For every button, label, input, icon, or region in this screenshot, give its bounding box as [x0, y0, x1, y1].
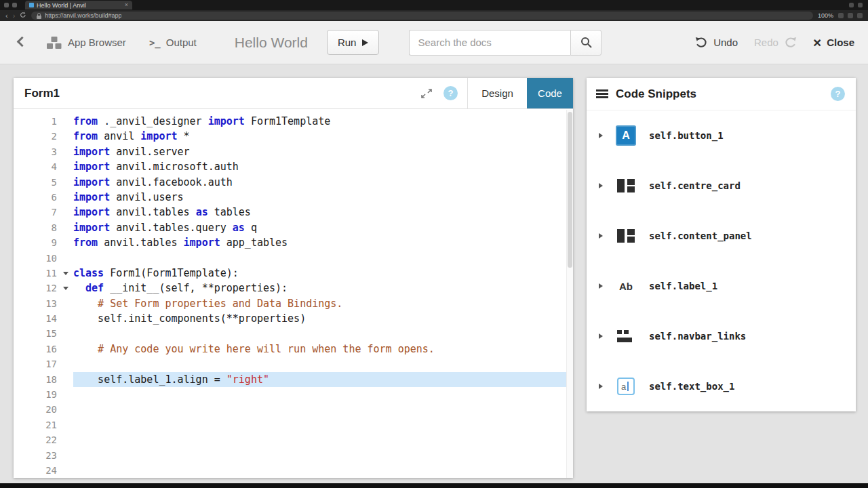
line-number: 22 [14, 432, 73, 447]
code-line[interactable]: 6import anvil.users [14, 190, 566, 205]
close-button[interactable]: × Close [813, 37, 854, 49]
textbox-icon: a [617, 378, 635, 395]
browser-forward-icon[interactable]: › [13, 12, 16, 20]
window-control-icon[interactable] [12, 3, 17, 7]
browser-icon[interactable] [838, 13, 844, 18]
app-browser-cubes-icon [46, 36, 62, 49]
caret-right-icon[interactable] [599, 133, 603, 138]
window-controls[interactable] [4, 3, 17, 7]
code-line[interactable]: 3import anvil.server [14, 144, 566, 159]
redo-label: Redo [754, 37, 778, 48]
output-label: Output [166, 37, 197, 48]
search-button[interactable] [570, 30, 601, 56]
fold-collapse-icon[interactable] [63, 287, 68, 290]
code-text [73, 402, 566, 417]
line-number: 24 [14, 463, 73, 478]
code-editor[interactable]: 1from ._anvil_designer import Form1Templ… [14, 110, 566, 478]
caret-right-icon[interactable] [599, 283, 603, 289]
line-number: 6 [14, 190, 73, 205]
form-editor-panel: Form1 ? Design Code 1from ._anvil_design… [14, 78, 573, 478]
zoom-level[interactable]: 100% [818, 12, 833, 19]
form-help-button[interactable]: ? [443, 86, 458, 100]
snippets-title: Code Snippets [616, 87, 696, 101]
snippets-help-button[interactable]: ? [831, 87, 845, 101]
code-line[interactable]: 2from anvil import * [14, 129, 566, 144]
snippet-icon-wrap [611, 229, 641, 243]
run-button[interactable]: Run [327, 30, 380, 55]
search-input[interactable] [409, 30, 570, 56]
code-line[interactable]: 21 [14, 418, 566, 432]
caret-right-icon[interactable] [599, 183, 603, 188]
code-line[interactable]: 17 [14, 357, 566, 371]
code-line[interactable]: 9from anvil.tables import app_tables [14, 235, 566, 250]
caret-right-icon[interactable] [599, 333, 603, 339]
code-line[interactable]: 11class Form1(Form1Template): [14, 266, 566, 281]
extension-icon[interactable] [849, 3, 854, 7]
browser-toolbar-icons[interactable] [838, 13, 863, 18]
code-line[interactable]: 4import anvil.microsoft.auth [14, 159, 566, 174]
code-line[interactable]: 16 # Any code you write here will run wh… [14, 342, 566, 357]
play-icon [362, 39, 368, 46]
tab-code[interactable]: Code [527, 78, 573, 108]
run-label: Run [338, 37, 357, 48]
snippet-label: self.text_box_1 [649, 381, 734, 392]
expand-button[interactable] [420, 88, 433, 99]
code-line[interactable]: 13 # Set Form properties and Data Bindin… [14, 296, 566, 311]
caret-right-icon[interactable] [599, 384, 603, 389]
redo-button[interactable]: Redo [754, 37, 797, 48]
navbar-icon [617, 330, 635, 342]
snippet-label: self.navbar_links [649, 331, 746, 342]
tab-design[interactable]: Design [467, 78, 527, 108]
undo-label: Undo [713, 37, 738, 48]
code-text [73, 357, 566, 371]
output-button[interactable]: >_ Output [149, 37, 197, 48]
browser-extension-icons[interactable] [849, 3, 863, 7]
code-text: import anvil.server [73, 144, 566, 159]
code-line[interactable]: 12 def __init__(self, **properties): [14, 281, 566, 296]
fold-collapse-icon[interactable] [63, 272, 68, 275]
code-line[interactable]: 15 [14, 326, 566, 341]
button-icon: A [616, 125, 636, 146]
code-line[interactable]: 24 [14, 463, 566, 478]
code-line[interactable]: 7import anvil.tables as tables [14, 205, 566, 220]
browser-refresh-icon[interactable] [20, 12, 26, 20]
code-line[interactable]: 22 [14, 432, 566, 447]
snippet-label: self.centre_card [649, 180, 741, 191]
window-control-icon[interactable] [4, 3, 9, 7]
label-icon: Ab [619, 281, 633, 292]
scrollbar-thumb[interactable] [568, 112, 572, 268]
snippet-item[interactable]: self.navbar_links [587, 311, 856, 361]
back-button[interactable] [15, 36, 28, 49]
snippet-item[interactable]: self.content_panel [587, 211, 856, 261]
redo-icon [784, 37, 797, 48]
snippet-item[interactable]: aself.text_box_1 [587, 361, 856, 411]
snippet-item[interactable]: self.centre_card [587, 161, 856, 211]
code-line[interactable]: 23 [14, 448, 566, 463]
undo-button[interactable]: Undo [695, 37, 738, 48]
address-bar[interactable]: https://anvil.works/build#app [31, 12, 813, 20]
code-line[interactable]: 14 self.init_components(**properties) [14, 311, 566, 326]
tab-close-icon[interactable]: × [125, 2, 128, 8]
line-number: 8 [14, 220, 73, 235]
code-line[interactable]: 20 [14, 402, 566, 417]
browser-icon[interactable] [857, 13, 863, 18]
snippet-item[interactable]: Abself.label_1 [587, 261, 856, 311]
code-text [73, 418, 566, 432]
code-text: # Any code you write here will run when … [73, 342, 566, 357]
code-line[interactable]: 19 [14, 387, 566, 402]
browser-address-bar-row: ‹ › https://anvil.works/build#app 100% [0, 10, 868, 21]
code-line[interactable]: 5import anvil.facebook.auth [14, 175, 566, 190]
code-text: from anvil import * [73, 129, 566, 144]
browser-back-icon[interactable]: ‹ [5, 12, 8, 20]
code-line[interactable]: 1from ._anvil_designer import Form1Templ… [14, 114, 566, 129]
browser-icon[interactable] [848, 13, 853, 18]
code-line[interactable]: 10 [14, 251, 566, 266]
editor-scrollbar[interactable] [566, 110, 573, 478]
snippet-item[interactable]: Aself.button_1 [587, 110, 856, 161]
code-line[interactable]: 8import anvil.tables.query as q [14, 220, 566, 235]
app-browser-button[interactable]: App Browser [46, 36, 126, 49]
browser-tab[interactable]: Hello World | Anvil × [25, 1, 132, 9]
extension-icon[interactable] [858, 3, 863, 7]
caret-right-icon[interactable] [599, 233, 603, 239]
code-line[interactable]: 18 self.label_1.align = "right" [14, 372, 566, 387]
